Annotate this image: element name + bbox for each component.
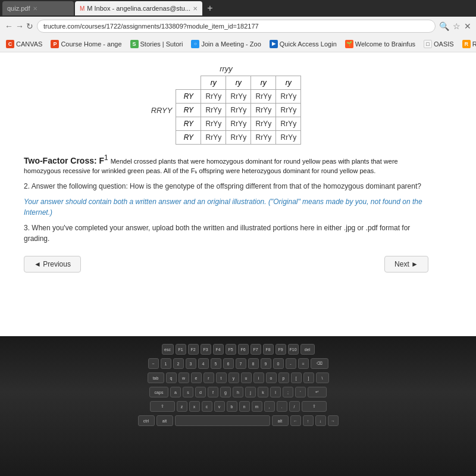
key-f4[interactable]: F4: [213, 344, 224, 355]
punnett-row-1: RY RrYy RrYy RrYy RrYy: [176, 90, 301, 104]
bookmark-welcome[interactable]: 🌱 Welcome to Brainfus: [342, 39, 419, 49]
key-f1[interactable]: F1: [176, 344, 186, 355]
key-f10[interactable]: F10: [288, 344, 299, 355]
back-icon[interactable]: ←: [5, 21, 13, 31]
key-equals[interactable]: =: [298, 358, 309, 369]
punnett-cell-2-2: RrYy: [226, 104, 251, 117]
key-7[interactable]: 7: [236, 358, 246, 369]
key-h[interactable]: h: [233, 387, 243, 397]
punnett-cell-4-3: RrYy: [251, 131, 276, 145]
key-f[interactable]: f: [208, 387, 218, 397]
key-j[interactable]: j: [245, 387, 256, 397]
key-0[interactable]: 0: [273, 358, 284, 369]
close-tab-inbox-icon[interactable]: ✕: [193, 5, 198, 12]
close-tab-pdf-icon[interactable]: ✕: [33, 5, 37, 12]
more-options-icon[interactable]: ✕: [464, 21, 471, 31]
search-icon[interactable]: 🔍: [439, 21, 449, 31]
punnett-row-2: RY RrYy RrYy RrYy RrYy: [176, 104, 301, 117]
key-w[interactable]: w: [178, 372, 189, 383]
key-f8[interactable]: F8: [263, 344, 274, 355]
key-f5[interactable]: F5: [226, 344, 236, 355]
key-s[interactable]: s: [183, 387, 193, 397]
address-bar[interactable]: tructure.com/courses/1722/assignments/13…: [37, 20, 436, 33]
key-i[interactable]: i: [253, 372, 264, 383]
key-4[interactable]: 4: [198, 358, 209, 369]
key-k[interactable]: k: [258, 387, 268, 397]
key-n[interactable]: n: [239, 401, 250, 412]
key-tilde[interactable]: ~: [148, 358, 159, 369]
bookmark-oasis[interactable]: □ OASIS: [420, 39, 458, 49]
key-3[interactable]: 3: [186, 358, 196, 369]
key-f7[interactable]: F7: [250, 344, 261, 355]
key-v[interactable]: v: [214, 401, 225, 412]
next-button[interactable]: Next ►: [384, 256, 428, 273]
previous-button[interactable]: ◄ Previous: [24, 256, 81, 273]
key-arrow-right[interactable]: →: [328, 415, 339, 426]
key-tab[interactable]: tab: [148, 372, 164, 383]
key-lbracket[interactable]: [: [291, 372, 302, 383]
bookmark-coursehome[interactable]: P Course Home - ange: [47, 39, 125, 49]
key-alt-right[interactable]: alt: [272, 415, 289, 426]
key-1[interactable]: 1: [161, 358, 171, 369]
key-del[interactable]: del: [300, 344, 315, 355]
key-l[interactable]: l: [270, 387, 281, 397]
key-rbracket[interactable]: ]: [303, 372, 314, 383]
key-alt-left[interactable]: alt: [156, 415, 173, 426]
key-6[interactable]: 6: [223, 358, 234, 369]
bookmark-rosetta[interactable]: R Rosetta Stone® Lan: [459, 39, 476, 49]
bookmark-quick[interactable]: ▶ Quick Access Login: [266, 39, 340, 49]
key-y[interactable]: y: [228, 372, 239, 383]
key-z[interactable]: z: [177, 401, 187, 412]
key-a[interactable]: a: [170, 387, 181, 397]
key-shift-right[interactable]: ⇧: [302, 401, 327, 412]
key-o[interactable]: o: [266, 372, 277, 383]
key-comma[interactable]: ,: [264, 401, 275, 412]
bookmark-join[interactable]: ○ Join a Meeting - Zoo: [187, 39, 264, 49]
key-arrow-left[interactable]: ←: [290, 415, 301, 426]
key-period[interactable]: .: [277, 401, 287, 412]
reload-icon[interactable]: ↻: [26, 21, 33, 31]
key-b[interactable]: b: [227, 401, 237, 412]
key-esc[interactable]: esc: [162, 344, 174, 355]
key-arrow-down[interactable]: ↓: [315, 415, 326, 426]
key-semicolon[interactable]: ;: [283, 387, 293, 397]
bookmark-star-icon[interactable]: ☆: [453, 21, 461, 31]
key-c[interactable]: c: [202, 401, 212, 412]
forward-icon[interactable]: →: [15, 21, 24, 31]
key-f2[interactable]: F2: [188, 344, 199, 355]
key-space[interactable]: [175, 415, 270, 426]
punnett-row-label-2: RY: [176, 104, 201, 117]
key-g[interactable]: g: [220, 387, 231, 397]
key-e[interactable]: e: [191, 372, 202, 383]
key-u[interactable]: u: [241, 372, 252, 383]
key-r[interactable]: r: [203, 372, 214, 383]
bookmark-stories[interactable]: S Stories | Sutori: [127, 39, 187, 49]
key-9[interactable]: 9: [261, 358, 271, 369]
key-t[interactable]: t: [216, 372, 227, 383]
key-arrow-up[interactable]: ↑: [303, 415, 314, 426]
key-minus[interactable]: -: [286, 358, 296, 369]
key-q[interactable]: q: [166, 372, 177, 383]
key-f6[interactable]: F6: [238, 344, 249, 355]
key-shift-left[interactable]: ⇧: [150, 401, 175, 412]
key-p[interactable]: p: [278, 372, 289, 383]
key-5[interactable]: 5: [211, 358, 221, 369]
key-f9[interactable]: F9: [275, 344, 286, 355]
key-8[interactable]: 8: [248, 358, 259, 369]
key-m[interactable]: m: [252, 401, 262, 412]
key-slash[interactable]: /: [289, 401, 300, 412]
key-backspace[interactable]: ⌫: [311, 358, 328, 369]
key-d[interactable]: d: [195, 387, 206, 397]
new-tab-button[interactable]: +: [203, 3, 216, 14]
key-enter[interactable]: ↵: [308, 387, 327, 397]
key-quote[interactable]: ': [295, 387, 306, 397]
tab-pdf[interactable]: quiz.pdf ✕: [2, 1, 74, 15]
key-f3[interactable]: F3: [201, 344, 211, 355]
key-x[interactable]: x: [189, 401, 200, 412]
key-ctrl-left[interactable]: ctrl: [138, 415, 155, 426]
tab-inbox[interactable]: M M Inbox - angelina.cardenas@stu... ✕: [75, 1, 202, 15]
key-caps[interactable]: caps: [149, 387, 168, 397]
key-backslash[interactable]: \: [316, 372, 329, 383]
bookmark-canvas[interactable]: C CANVAS: [2, 39, 46, 49]
key-2[interactable]: 2: [173, 358, 184, 369]
